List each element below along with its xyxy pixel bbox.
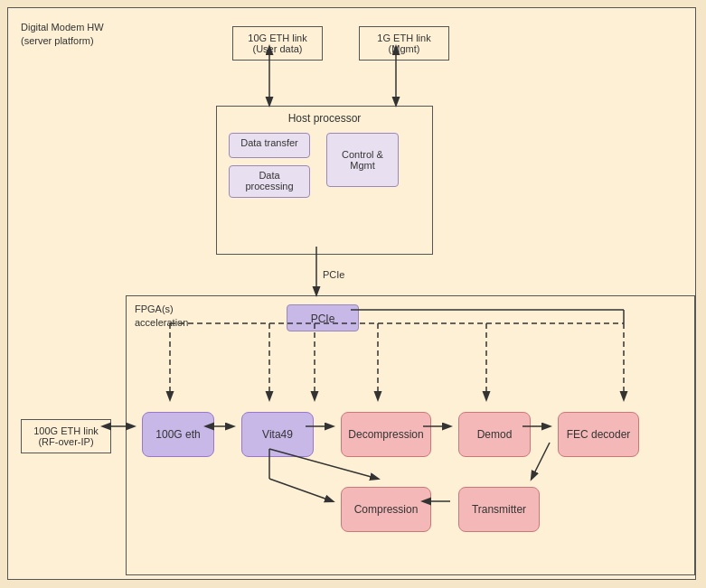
block-100g-eth: 100G eth	[142, 412, 214, 457]
pcie-fpga-box: PCIe	[287, 304, 359, 331]
block-decompression: Decompression	[341, 412, 431, 457]
block-transmitter: Transmitter	[458, 487, 540, 532]
block-demod: Demod	[458, 412, 531, 457]
block-vita49: Vita49	[241, 412, 314, 457]
eth-100g-ext: 100G ETH link(RF-over-IP)	[21, 419, 111, 453]
main-container: Digital Modem HW(server platform) 10G ET…	[7, 7, 696, 580]
data-processing-box: Dataprocessing	[229, 165, 310, 198]
block-fec: FEC decoder	[558, 412, 639, 457]
fpga-title: FPGA(s)acceleration	[135, 303, 188, 331]
control-mgmt-box: Control &Mgmt	[326, 133, 399, 187]
host-title: Host processor	[217, 107, 432, 128]
eth-10g-box: 10G ETH link(User data)	[232, 26, 323, 61]
data-transfer-box: Data transfer	[229, 133, 310, 158]
eth-1g-box: 1G ETH link(Mgmt)	[359, 26, 449, 61]
main-title: Digital Modem HW(server platform)	[21, 21, 104, 49]
pcie-label: PCIe	[323, 269, 344, 280]
block-compression: Compression	[341, 487, 431, 532]
